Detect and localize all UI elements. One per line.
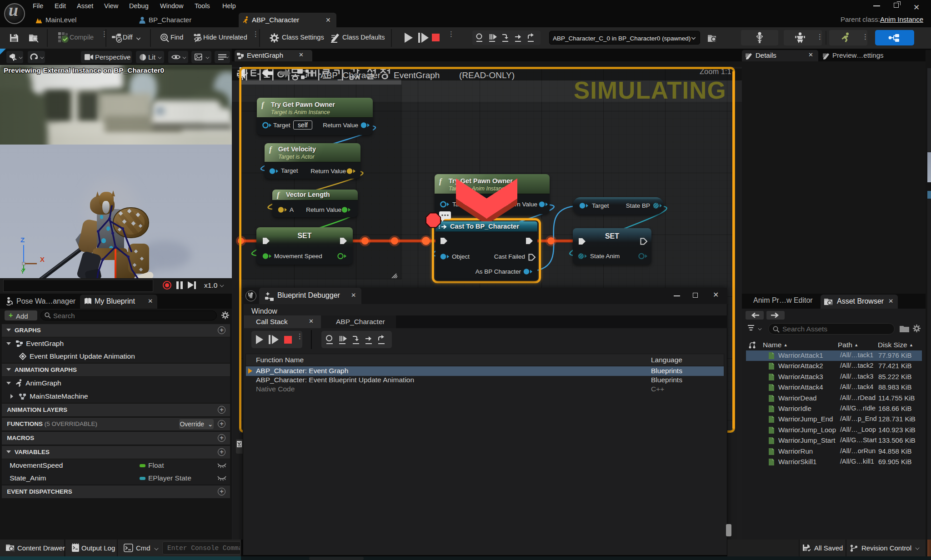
svg-text:Y: Y (21, 269, 25, 274)
svg-text:Z: Z (20, 236, 25, 244)
svg-text:X: X (40, 255, 45, 263)
